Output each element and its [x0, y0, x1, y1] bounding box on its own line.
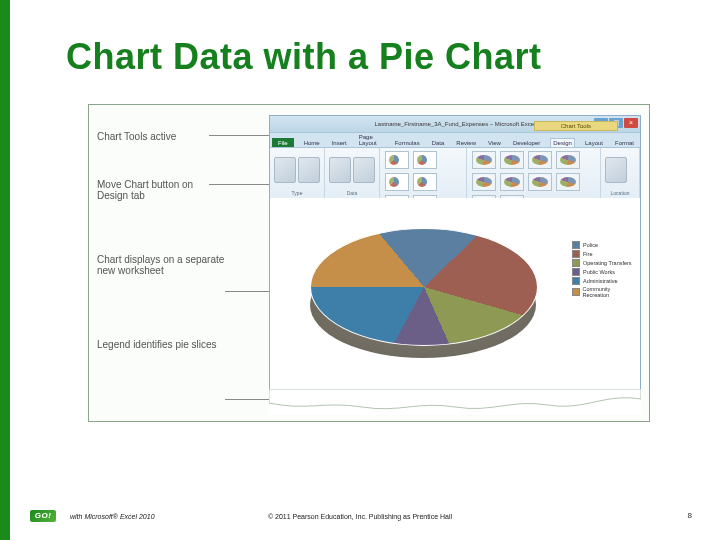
chart-style-thumb[interactable]: [500, 173, 524, 191]
tab-page-layout[interactable]: Page Layout: [357, 133, 385, 147]
tab-design[interactable]: Design: [550, 138, 575, 147]
legend-item: Operating Transfers: [572, 259, 634, 267]
torn-edge-graphic: [269, 389, 641, 415]
pie-top-face: [310, 228, 538, 346]
callout-chart-tools: Chart Tools active: [97, 131, 225, 143]
move-chart-button[interactable]: [605, 157, 627, 183]
ribbon: Type Data Chart Layouts: [270, 148, 640, 199]
chart-style-thumb[interactable]: [528, 173, 552, 191]
callout-legend: Legend identifies pie slices: [97, 339, 225, 351]
tab-review[interactable]: Review: [454, 139, 478, 147]
callout-move-chart: Move Chart button on Design tab: [97, 179, 225, 202]
legend-swatch: [572, 241, 580, 249]
chart-style-thumb[interactable]: [500, 151, 524, 169]
ribbon-group-label: Location: [605, 190, 635, 196]
select-data-button[interactable]: [353, 157, 375, 183]
callout-list: Chart Tools active Move Chart button on …: [97, 125, 267, 386]
chart-layout-thumb[interactable]: [413, 151, 437, 169]
ribbon-group-location: Location: [601, 148, 640, 198]
tab-developer[interactable]: Developer: [511, 139, 542, 147]
legend-swatch: [572, 277, 580, 285]
legend-item: Community Recreation: [572, 286, 634, 298]
file-tab[interactable]: File: [272, 138, 294, 147]
chart-style-thumb[interactable]: [556, 173, 580, 191]
tab-layout[interactable]: Layout: [583, 139, 605, 147]
figure-container: Chart Tools active Move Chart button on …: [88, 104, 650, 422]
pie-chart[interactable]: [310, 228, 536, 358]
tab-format[interactable]: Format: [613, 139, 636, 147]
change-chart-type-button[interactable]: [274, 157, 296, 183]
legend-label: Public Works: [583, 269, 615, 275]
legend-item: Public Works: [572, 268, 634, 276]
excel-window: Lastname_Firstname_3A_Fund_Expenses – Mi…: [269, 115, 641, 391]
close-button[interactable]: ×: [624, 118, 638, 128]
legend-item: Administrative: [572, 277, 634, 285]
legend-label: Fire: [583, 251, 592, 257]
tab-insert[interactable]: Insert: [330, 139, 349, 147]
chart-legend[interactable]: Police Fire Operating Transfers Public W…: [570, 238, 636, 301]
tab-data[interactable]: Data: [430, 139, 447, 147]
switch-row-col-button[interactable]: [329, 157, 351, 183]
tab-home[interactable]: Home: [302, 139, 322, 147]
tab-view[interactable]: View: [486, 139, 503, 147]
chart-style-thumb[interactable]: [556, 151, 580, 169]
ribbon-tabs: Chart Tools File Home Insert Page Layout…: [270, 133, 640, 148]
callout-chart-on-sheet: Chart displays on a separate new workshe…: [97, 254, 225, 277]
legend-item: Police: [572, 241, 634, 249]
save-as-template-button[interactable]: [298, 157, 320, 183]
tab-formulas[interactable]: Formulas: [393, 139, 422, 147]
chart-sheet[interactable]: Police Fire Operating Transfers Public W…: [270, 198, 640, 390]
chart-style-thumb[interactable]: [472, 173, 496, 191]
chart-style-thumb[interactable]: [472, 151, 496, 169]
legend-swatch: [572, 250, 580, 258]
slide-title: Chart Data with a Pie Chart: [66, 36, 542, 78]
chart-style-thumb[interactable]: [528, 151, 552, 169]
ribbon-group-label: Type: [274, 190, 320, 196]
legend-label: Police: [583, 242, 598, 248]
ribbon-group-styles: Chart Styles: [467, 148, 601, 198]
chart-layout-thumb[interactable]: [413, 173, 437, 191]
window-title-text: Lastname_Firstname_3A_Fund_Expenses – Mi…: [374, 121, 535, 127]
ribbon-group-type: Type: [270, 148, 325, 198]
footer-page-number: 8: [688, 511, 692, 520]
chart-layout-thumb[interactable]: [385, 173, 409, 191]
legend-swatch: [572, 288, 580, 296]
footer-copyright: © 2011 Pearson Education, Inc. Publishin…: [0, 513, 720, 520]
legend-label: Community Recreation: [583, 286, 634, 298]
legend-item: Fire: [572, 250, 634, 258]
legend-swatch: [572, 259, 580, 267]
slide-accent-bar: [0, 0, 10, 540]
legend-label: Administrative: [583, 278, 618, 284]
ribbon-group-data: Data: [325, 148, 380, 198]
contextual-tools-badge: Chart Tools: [534, 121, 618, 131]
legend-label: Operating Transfers: [583, 260, 632, 266]
chart-layout-thumb[interactable]: [385, 151, 409, 169]
ribbon-group-label: Data: [329, 190, 375, 196]
ribbon-group-layouts: Chart Layouts: [380, 148, 467, 198]
legend-swatch: [572, 268, 580, 276]
